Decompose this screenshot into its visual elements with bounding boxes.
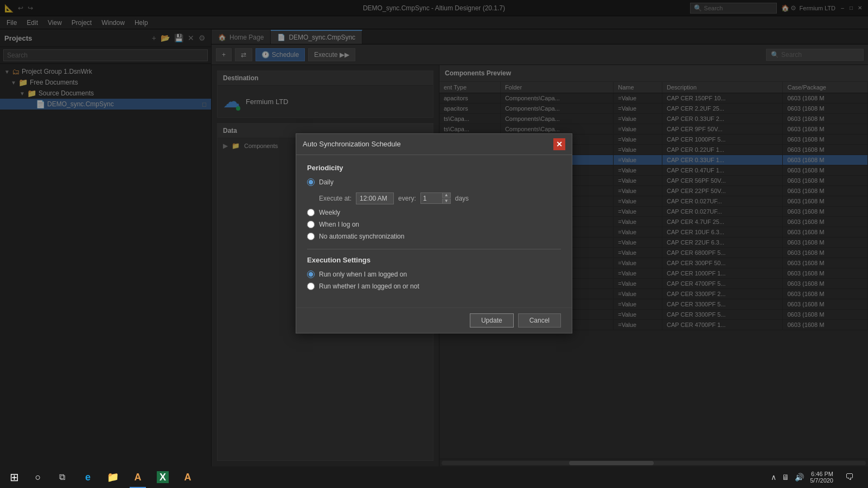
every-label: every:	[398, 195, 416, 202]
modal-footer: Update Cancel	[296, 307, 572, 333]
spinner-down[interactable]: ▼	[442, 198, 451, 204]
task-view-icon: ⧉	[59, 472, 65, 482]
notification-icon[interactable]: 🗨	[838, 466, 861, 488]
periodicity-title: Periodicity	[307, 164, 561, 172]
modal-divider	[307, 249, 561, 249]
every-input[interactable]	[420, 192, 442, 204]
update-button[interactable]: Update	[470, 313, 514, 328]
cancel-button[interactable]: Cancel	[518, 313, 561, 328]
network-icon[interactable]: 🖥	[780, 473, 791, 481]
days-label: days	[455, 195, 469, 202]
time-display: 6:46 PM	[810, 471, 833, 477]
radio-run-always-input[interactable]	[307, 282, 315, 290]
spinner-up[interactable]: ▲	[442, 192, 451, 198]
taskbar-search-icon: ○	[35, 472, 41, 483]
taskbar-right: ∧ 🖥 🔊 6:46 PM 5/7/2020 🗨	[769, 466, 866, 488]
altium-1-icon: A	[135, 472, 142, 483]
modal-body: Periodicity Daily Execute at: every: ▲ ▼	[296, 155, 572, 307]
taskbar-center: e 📁 A X A	[76, 466, 200, 488]
radio-daily-input[interactable]	[307, 178, 315, 186]
radio-daily[interactable]: Daily	[307, 178, 561, 186]
start-button[interactable]: ⊞	[2, 466, 26, 488]
execute-at-input[interactable]	[356, 192, 394, 204]
radio-nosync-label: No automatic synchronization	[319, 233, 404, 240]
taskbar-altium-1[interactable]: A	[126, 466, 150, 488]
explorer-icon: 📁	[107, 471, 119, 483]
execution-settings-title: Execution Settings	[307, 256, 561, 264]
clock[interactable]: 6:46 PM 5/7/2020	[808, 471, 835, 484]
spinner-buttons: ▲ ▼	[442, 192, 451, 204]
start-icon: ⊞	[10, 471, 19, 484]
modal-overlay: Auto Synchronization Schedule ✕ Periodic…	[0, 0, 868, 466]
execution-radio-group: Run only when I am logged on Run whether…	[307, 271, 561, 290]
edge-icon: e	[85, 472, 91, 483]
radio-daily-label: Daily	[319, 178, 334, 186]
auto-sync-schedule-modal: Auto Synchronization Schedule ✕ Periodic…	[296, 133, 572, 333]
radio-weekly-label: Weekly	[319, 209, 340, 216]
altium-2-icon: A	[184, 472, 192, 483]
date-display: 5/7/2020	[810, 477, 833, 484]
taskbar-edge[interactable]: e	[76, 466, 100, 488]
excel-icon: X	[157, 471, 169, 483]
radio-weekly-input[interactable]	[307, 209, 315, 216]
radio-no-sync[interactable]: No automatic synchronization	[307, 233, 561, 240]
modal-title-bar: Auto Synchronization Schedule ✕	[296, 134, 572, 155]
every-spinner: ▲ ▼	[420, 192, 451, 204]
speech-bubble-icon: 🗨	[845, 472, 854, 482]
modal-title: Auto Synchronization Schedule	[303, 140, 401, 148]
taskbar-task-view[interactable]: ⧉	[50, 466, 74, 488]
radio-weekly[interactable]: Weekly	[307, 209, 561, 216]
execute-at-label: Execute at:	[319, 195, 352, 202]
execute-at-row: Execute at: every: ▲ ▼ days	[319, 192, 561, 204]
volume-icon[interactable]: 🔊	[793, 473, 806, 481]
radio-nosync-input[interactable]	[307, 233, 315, 240]
taskbar-altium-2[interactable]: A	[176, 466, 200, 488]
radio-run-always[interactable]: Run whether I am logged on or not	[307, 282, 561, 290]
radio-run-always-label: Run whether I am logged on or not	[319, 282, 419, 290]
radio-logged-on-input[interactable]	[307, 271, 315, 278]
taskbar: ⊞ ○ ⧉ e 📁 A X A ∧ 🖥 🔊 6:46 PM 5/7/2020	[0, 466, 868, 488]
periodicity-radio-group: Daily Execute at: every: ▲ ▼ days	[307, 178, 561, 240]
radio-logon-input[interactable]	[307, 221, 315, 228]
taskbar-explorer[interactable]: 📁	[101, 466, 125, 488]
radio-logon-label: When I log on	[319, 221, 359, 228]
radio-logged-on-label: Run only when I am logged on	[319, 271, 407, 278]
radio-when-log-on[interactable]: When I log on	[307, 221, 561, 228]
taskbar-search[interactable]: ○	[26, 466, 50, 488]
taskbar-excel[interactable]: X	[151, 466, 175, 488]
chevron-up-icon[interactable]: ∧	[769, 473, 778, 481]
modal-close-button[interactable]: ✕	[553, 138, 565, 150]
radio-run-logged-on[interactable]: Run only when I am logged on	[307, 271, 561, 278]
